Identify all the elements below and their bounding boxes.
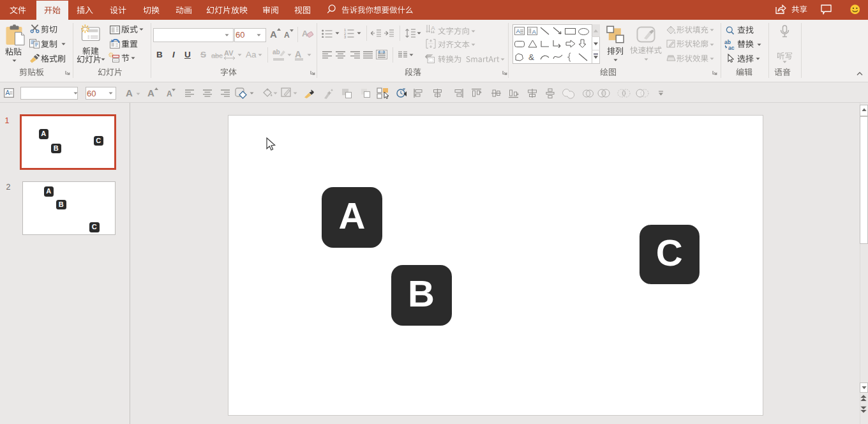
svg-text:A: A [6, 89, 10, 96]
svg-text:A: A [516, 27, 521, 34]
svg-text:ac: ac [728, 45, 735, 50]
svg-text:&: & [528, 52, 534, 62]
svg-text:A: A [532, 28, 537, 35]
svg-text:A: A [431, 24, 435, 31]
svg-text:3: 3 [344, 35, 346, 38]
